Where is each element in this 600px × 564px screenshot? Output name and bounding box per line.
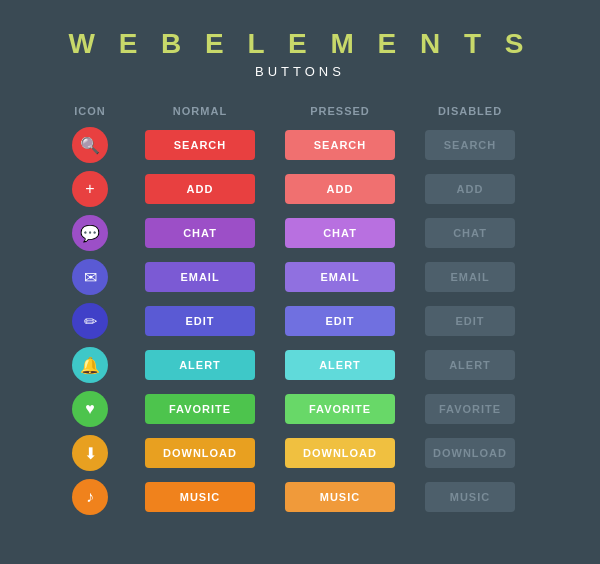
icon-cell-download: ⬇ [50,435,130,471]
email-pressed-button[interactable]: EMAIL [285,262,395,292]
chat-pressed-button[interactable]: CHAT [285,218,395,248]
sub-title: BUTTONS [68,64,531,79]
table-row: 💬 CHAT CHAT CHAT [40,215,560,251]
table-row: ♥ FAVORITE FAVORITE FAVORITE [40,391,560,427]
search-pressed-button[interactable]: SEARCH [285,130,395,160]
pressed-cell-alert: ALERT [270,350,410,380]
table-row: 🔍 SEARCH SEARCH SEARCH [40,127,560,163]
table-row: ⬇ DOWNLOAD DOWNLOAD DOWNLOAD [40,435,560,471]
pressed-cell-search: SEARCH [270,130,410,160]
add-normal-button[interactable]: ADD [145,174,255,204]
main-title: W E B E L E M E N T S [68,28,531,60]
icon-cell-add: + [50,171,130,207]
normal-cell-favorite: FAVORITE [130,394,270,424]
normal-cell-search: SEARCH [130,130,270,160]
email-icon: ✉ [72,259,108,295]
table-row: 🔔 ALERT ALERT ALERT [40,347,560,383]
download-icon: ⬇ [72,435,108,471]
normal-cell-email: EMAIL [130,262,270,292]
edit-pressed-button[interactable]: EDIT [285,306,395,336]
music-normal-button[interactable]: MUSIC [145,482,255,512]
favorite-icon: ♥ [72,391,108,427]
normal-cell-add: ADD [130,174,270,204]
edit-icon: ✏ [72,303,108,339]
table-row: ✉ EMAIL EMAIL EMAIL [40,259,560,295]
music-icon: ♪ [72,479,108,515]
alert-disabled-button: ALERT [425,350,515,380]
pressed-cell-download: DOWNLOAD [270,438,410,468]
icon-cell-chat: 💬 [50,215,130,251]
col-header-icon: ICON [50,105,130,117]
favorite-normal-button[interactable]: FAVORITE [145,394,255,424]
favorite-disabled-button: FAVORITE [425,394,515,424]
pressed-cell-edit: EDIT [270,306,410,336]
col-header-disabled: DISABLED [410,105,530,117]
disabled-cell-search: SEARCH [410,130,530,160]
disabled-cell-chat: CHAT [410,218,530,248]
page-header: W E B E L E M E N T S BUTTONS [68,0,531,87]
email-disabled-button: EMAIL [425,262,515,292]
add-pressed-button[interactable]: ADD [285,174,395,204]
chat-icon: 💬 [72,215,108,251]
download-normal-button[interactable]: DOWNLOAD [145,438,255,468]
pressed-cell-music: MUSIC [270,482,410,512]
favorite-pressed-button[interactable]: FAVORITE [285,394,395,424]
pressed-cell-add: ADD [270,174,410,204]
download-pressed-button[interactable]: DOWNLOAD [285,438,395,468]
add-disabled-button: ADD [425,174,515,204]
table-row: + ADD ADD ADD [40,171,560,207]
normal-cell-music: MUSIC [130,482,270,512]
col-header-pressed: PRESSED [270,105,410,117]
disabled-cell-music: MUSIC [410,482,530,512]
rows-container: 🔍 SEARCH SEARCH SEARCH + ADD ADD ADD 💬 C… [40,127,560,515]
search-icon: 🔍 [72,127,108,163]
alert-pressed-button[interactable]: ALERT [285,350,395,380]
icon-cell-favorite: ♥ [50,391,130,427]
disabled-cell-add: ADD [410,174,530,204]
chat-disabled-button: CHAT [425,218,515,248]
download-disabled-button: DOWNLOAD [425,438,515,468]
disabled-cell-favorite: FAVORITE [410,394,530,424]
normal-cell-download: DOWNLOAD [130,438,270,468]
alert-normal-button[interactable]: ALERT [145,350,255,380]
column-headers: ICON NORMAL PRESSED DISABLED [40,105,560,117]
disabled-cell-email: EMAIL [410,262,530,292]
pressed-cell-favorite: FAVORITE [270,394,410,424]
music-disabled-button: MUSIC [425,482,515,512]
music-pressed-button[interactable]: MUSIC [285,482,395,512]
normal-cell-alert: ALERT [130,350,270,380]
disabled-cell-download: DOWNLOAD [410,438,530,468]
pressed-cell-email: EMAIL [270,262,410,292]
search-disabled-button: SEARCH [425,130,515,160]
edit-disabled-button: EDIT [425,306,515,336]
normal-cell-edit: EDIT [130,306,270,336]
icon-cell-alert: 🔔 [50,347,130,383]
edit-normal-button[interactable]: EDIT [145,306,255,336]
icon-cell-email: ✉ [50,259,130,295]
disabled-cell-edit: EDIT [410,306,530,336]
pressed-cell-chat: CHAT [270,218,410,248]
add-icon: + [72,171,108,207]
table-row: ♪ MUSIC MUSIC MUSIC [40,479,560,515]
button-table: ICON NORMAL PRESSED DISABLED 🔍 SEARCH SE… [0,105,600,523]
disabled-cell-alert: ALERT [410,350,530,380]
chat-normal-button[interactable]: CHAT [145,218,255,248]
icon-cell-edit: ✏ [50,303,130,339]
icon-cell-search: 🔍 [50,127,130,163]
table-row: ✏ EDIT EDIT EDIT [40,303,560,339]
alert-icon: 🔔 [72,347,108,383]
normal-cell-chat: CHAT [130,218,270,248]
search-normal-button[interactable]: SEARCH [145,130,255,160]
col-header-normal: NORMAL [130,105,270,117]
icon-cell-music: ♪ [50,479,130,515]
email-normal-button[interactable]: EMAIL [145,262,255,292]
